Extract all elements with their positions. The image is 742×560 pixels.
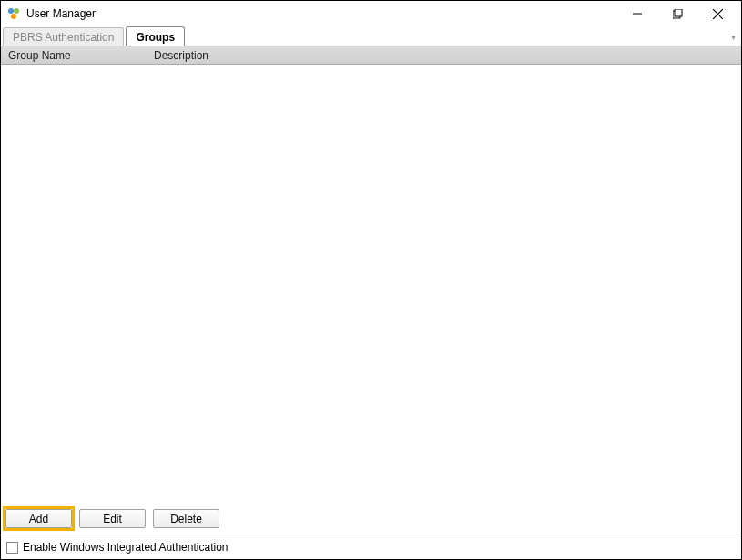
column-description[interactable]: Description bbox=[147, 46, 741, 64]
add-button[interactable]: Add bbox=[5, 509, 72, 528]
groups-list bbox=[1, 65, 741, 504]
svg-point-2 bbox=[11, 14, 16, 19]
delete-button[interactable]: Delete bbox=[153, 509, 219, 528]
table-header: Group Name Description bbox=[1, 46, 741, 65]
close-button[interactable] bbox=[697, 2, 737, 25]
divider bbox=[1, 535, 741, 535]
svg-point-1 bbox=[14, 8, 19, 14]
column-group-name[interactable]: Group Name bbox=[1, 46, 147, 64]
user-manager-window: User Manager PBRS Authentication Groups bbox=[0, 0, 742, 560]
window-controls bbox=[617, 2, 737, 25]
button-row: Add Edit Delete bbox=[1, 504, 741, 533]
maximize-button[interactable] bbox=[657, 2, 697, 25]
edit-button[interactable]: Edit bbox=[79, 509, 146, 528]
tab-groups[interactable]: Groups bbox=[126, 26, 185, 46]
window-title: User Manager bbox=[26, 7, 617, 20]
checkbox-row: Enable Windows Integrated Authentication bbox=[1, 537, 741, 559]
tab-overflow-icon[interactable]: ▾ bbox=[731, 32, 736, 42]
tab-pbrs-authentication[interactable]: PBRS Authentication bbox=[3, 27, 124, 46]
enable-windows-auth-checkbox[interactable] bbox=[6, 542, 18, 554]
enable-windows-auth-label: Enable Windows Integrated Authentication bbox=[23, 541, 228, 554]
minimize-button[interactable] bbox=[617, 2, 657, 25]
titlebar: User Manager bbox=[1, 1, 741, 26]
svg-rect-5 bbox=[675, 9, 682, 16]
tab-strip: PBRS Authentication Groups ▾ bbox=[1, 26, 741, 46]
app-icon bbox=[6, 6, 21, 21]
svg-point-0 bbox=[8, 8, 14, 14]
